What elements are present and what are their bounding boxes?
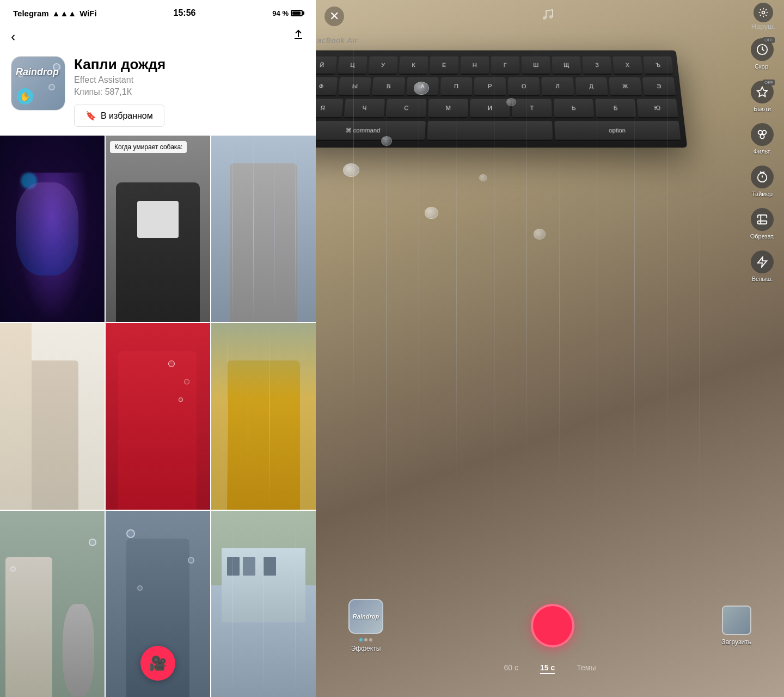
camera-music-button[interactable]: [541, 8, 554, 25]
raindrop-text: Raindrop: [16, 66, 59, 78]
tab-15s-label: 15 с: [540, 663, 555, 672]
flash-control[interactable]: Вспыш.: [751, 250, 774, 282]
svg-marker-4: [757, 87, 767, 96]
key-a: А: [406, 77, 439, 96]
effect-dot-2: [364, 638, 367, 641]
camera-controls: OFF Скор. OFF Бьюти: [740, 33, 784, 288]
tab-60s[interactable]: 60 с: [504, 663, 518, 674]
speed-control[interactable]: OFF Скор.: [751, 38, 774, 70]
speed-label: Скор.: [755, 63, 770, 70]
battery-percent: 94 %: [272, 9, 289, 17]
key-ch: Ч: [344, 99, 385, 119]
nav-bar: ‹: [0, 24, 316, 52]
grid-cell-1[interactable]: Когда умирает собака:: [106, 136, 210, 322]
svg-point-5: [758, 131, 762, 134]
effect-author: Effect Assistant: [74, 75, 305, 85]
filter-label: Фильт.: [754, 148, 771, 155]
tab-themes[interactable]: Темы: [577, 663, 596, 674]
filter-icon: [751, 123, 774, 146]
keyboard-area: MacBook Air Й Ц У К Е Н Г Ш Щ З Х Ъ: [316, 36, 687, 148]
left-panel: Telegram ▲▲▲ WiFi 15:56 94 % ‹: [0, 0, 316, 697]
svg-point-6: [762, 131, 766, 134]
key-hd: Ъ: [643, 57, 673, 75]
key-ts: Ц: [338, 57, 367, 75]
svg-point-0: [543, 16, 546, 20]
macbook-label: MacBook Air: [316, 36, 675, 45]
effect-dots: [359, 638, 372, 641]
svg-point-7: [760, 134, 764, 138]
beauty-label: Бьюти: [754, 106, 771, 112]
key-zh: Ж: [609, 77, 642, 96]
camera-settings-label: Наруш.: [751, 22, 775, 30]
record-icon: 🎥: [149, 655, 167, 672]
video-grid: Когда умирает собака:: [0, 136, 316, 697]
camera-settings-button[interactable]: [754, 3, 773, 22]
key-b: Б: [595, 99, 636, 119]
key-cmd: ⌘ command: [316, 121, 426, 141]
main-record-button[interactable]: [531, 604, 574, 647]
signal-icon: ▲▲▲: [52, 9, 77, 18]
beauty-control[interactable]: OFF Бьюти: [751, 81, 774, 112]
key-row-3: Я Ч С М И Т Ь Б Ю: [316, 99, 678, 119]
favorite-label: В избранном: [101, 111, 153, 121]
effect-title: Капли дождя: [74, 56, 305, 73]
key-m: М: [428, 99, 468, 119]
camera-background: MacBook Air Й Ц У К Е Н Г Ш Щ З Х Ъ: [316, 0, 784, 697]
back-button[interactable]: ‹: [11, 28, 16, 45]
grid-cell-7[interactable]: 🎥 ←: [106, 511, 210, 697]
key-space: [427, 121, 553, 141]
speed-badge: OFF: [763, 37, 775, 43]
grid-overlay-text-1: Когда умирает собака:: [110, 141, 187, 153]
key-d: Д: [575, 77, 608, 96]
key-sh: Ш: [522, 57, 550, 75]
effects-button[interactable]: Raindrop Эффекты: [348, 599, 383, 652]
wifi-icon: WiFi: [79, 9, 97, 18]
timer-label: Таймер: [752, 191, 773, 197]
key-k: К: [399, 57, 428, 75]
tab-themes-label: Темы: [577, 663, 596, 672]
effect-icon: Raindrop ✋: [11, 56, 65, 111]
camera-bottom: Raindrop Эффекты: [316, 588, 784, 697]
grid-cell-0[interactable]: [0, 136, 105, 322]
record-button-overlay[interactable]: 🎥: [140, 646, 175, 681]
trim-icon: [751, 208, 774, 231]
svg-marker-9: [758, 257, 767, 267]
camera-top-bar: ✕ Наруш.: [316, 0, 784, 33]
favorite-button[interactable]: 🔖 В избранном: [74, 105, 164, 127]
tab-15s[interactable]: 15 с: [540, 663, 555, 674]
upload-label: Загрузить: [721, 638, 751, 646]
key-yy: Ы: [338, 77, 371, 96]
key-z: З: [582, 57, 611, 75]
grid-cell-4[interactable]: [106, 323, 210, 509]
key-option: option: [554, 121, 681, 141]
effect-thumbnail: Raindrop: [348, 599, 383, 634]
key-row-1: Й Ц У К Е Н Г Ш Щ З Х Ъ: [316, 57, 673, 75]
svg-point-2: [762, 11, 764, 14]
effect-info: Raindrop ✋ Капли дождя Effect Assistant …: [0, 52, 316, 136]
flash-icon: [751, 250, 774, 273]
right-panel: MacBook Air Й Ц У К Е Н Г Ш Щ З Х Ъ: [316, 0, 784, 697]
share-button[interactable]: [292, 29, 305, 45]
upload-button[interactable]: Загрузить: [721, 606, 751, 646]
key-f: Ф: [316, 77, 338, 96]
timer-control[interactable]: Таймер: [751, 166, 774, 197]
grid-cell-2[interactable]: [211, 136, 316, 322]
upload-thumbnail: [722, 606, 751, 635]
key-ye: Е: [430, 57, 458, 75]
key-shch: Щ: [552, 57, 581, 75]
key-e: Э: [642, 77, 676, 96]
key-p: П: [440, 77, 472, 96]
key-r: Р: [474, 77, 506, 96]
camera-close-button[interactable]: ✕: [324, 7, 344, 26]
grid-cell-8[interactable]: [211, 511, 316, 697]
beauty-badge: OFF: [763, 80, 775, 85]
trim-control[interactable]: Обрезат.: [750, 208, 775, 240]
grid-cell-6[interactable]: [0, 511, 105, 697]
flash-label: Вспыш.: [752, 276, 773, 282]
key-kh: Х: [612, 57, 642, 75]
grid-cell-5[interactable]: [211, 323, 316, 509]
grid-cell-3[interactable]: [0, 323, 105, 509]
tab-60s-label: 60 с: [504, 663, 518, 672]
filter-control[interactable]: Фильт.: [751, 123, 774, 155]
status-left: Telegram ▲▲▲ WiFi: [13, 9, 97, 18]
